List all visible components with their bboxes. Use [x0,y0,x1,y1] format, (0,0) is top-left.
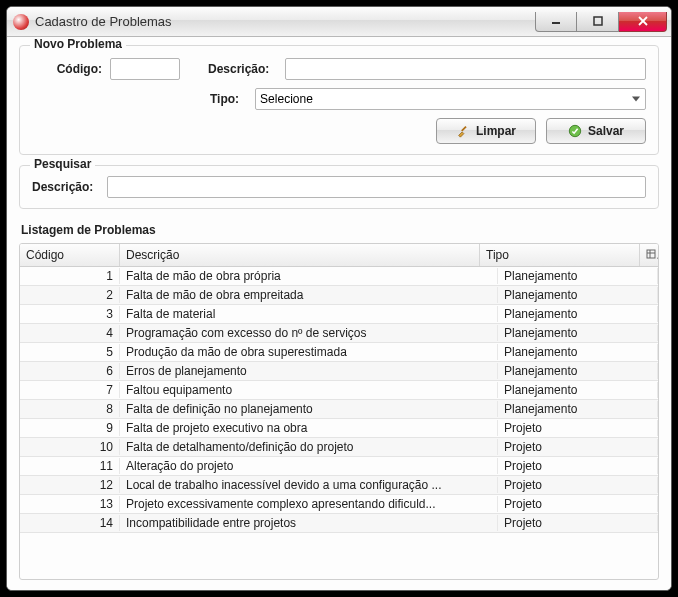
legend-pesquisar: Pesquisar [30,157,95,171]
svg-rect-4 [461,126,467,132]
table-row[interactable]: 10Falta de detalhamento/definição do pro… [20,438,658,457]
cell-codigo: 3 [20,306,120,322]
cell-tipo: Planejamento [498,325,658,341]
label-pesq-descricao: Descrição: [32,180,93,194]
table-row[interactable]: 2Falta de mão de obra empreitadaPlanejam… [20,286,658,305]
table-body[interactable]: 1Falta de mão de obra própriaPlanejament… [20,267,658,579]
group-pesquisar: Pesquisar Descrição: [19,165,659,209]
input-descricao[interactable] [285,58,646,80]
table-row[interactable]: 7Faltou equipamentoPlanejamento [20,381,658,400]
titlebar[interactable]: Cadastro de Problemas [7,7,671,37]
cell-codigo: 12 [20,477,120,493]
svg-rect-6 [647,250,655,258]
input-codigo[interactable] [110,58,180,80]
cell-descricao: Falta de definição no planejamento [120,401,498,417]
window-title: Cadastro de Problemas [35,14,535,29]
cell-descricao: Produção da mão de obra superestimada [120,344,498,360]
cell-descricao: Falta de projeto executivo na obra [120,420,498,436]
cell-descricao: Local de trabalho inacessível devido a u… [120,477,498,493]
cell-descricao: Falta de material [120,306,498,322]
cell-codigo: 14 [20,515,120,531]
clear-button[interactable]: Limpar [436,118,536,144]
cell-descricao: Erros de planejamento [120,363,498,379]
table-row[interactable]: 12Local de trabalho inacessível devido a… [20,476,658,495]
svg-rect-1 [594,17,602,25]
window-controls [535,12,667,32]
cell-tipo: Planejamento [498,401,658,417]
cell-descricao: Alteração do projeto [120,458,498,474]
cell-tipo: Planejamento [498,363,658,379]
cell-codigo: 5 [20,344,120,360]
label-descricao: Descrição: [208,62,269,76]
select-tipo[interactable]: Selecione [255,88,646,110]
cell-codigo: 10 [20,439,120,455]
col-codigo[interactable]: Código [20,244,120,266]
col-descricao[interactable]: Descrição [120,244,480,266]
cell-tipo: Planejamento [498,287,658,303]
label-listagem: Listagem de Problemas [21,223,659,237]
label-codigo: Código: [32,62,102,76]
cell-codigo: 1 [20,268,120,284]
cell-tipo: Projeto [498,420,658,436]
close-button[interactable] [619,12,667,32]
cell-tipo: Projeto [498,439,658,455]
cell-descricao: Falta de mão de obra própria [120,268,498,284]
close-icon [638,16,648,26]
cell-tipo: Projeto [498,458,658,474]
cell-descricao: Faltou equipamento [120,382,498,398]
cell-codigo: 13 [20,496,120,512]
cell-tipo: Planejamento [498,306,658,322]
cell-codigo: 2 [20,287,120,303]
cell-tipo: Projeto [498,496,658,512]
app-icon [13,14,29,30]
app-window: Cadastro de Problemas Novo Problema Códi… [6,6,672,591]
table-row[interactable]: 5Produção da mão de obra superestimadaPl… [20,343,658,362]
cell-codigo: 7 [20,382,120,398]
broom-icon [456,124,470,138]
save-button-label: Salvar [588,124,624,138]
cell-tipo: Planejamento [498,268,658,284]
cell-tipo: Planejamento [498,382,658,398]
client-area: Novo Problema Código: Descrição: Tipo: S… [7,37,671,590]
cell-descricao: Incompatibilidade entre projetos [120,515,498,531]
table-row[interactable]: 4Programação com excesso do nº de serviç… [20,324,658,343]
cell-descricao: Falta de detalhamento/definição do proje… [120,439,498,455]
cell-descricao: Projeto excessivamente complexo apresent… [120,496,498,512]
cell-codigo: 11 [20,458,120,474]
table-row[interactable]: 9Falta de projeto executivo na obraProje… [20,419,658,438]
legend-novo: Novo Problema [30,37,126,51]
column-picker[interactable] [640,244,658,266]
table-row[interactable]: 14Incompatibilidade entre projetosProjet… [20,514,658,533]
group-novo-problema: Novo Problema Código: Descrição: Tipo: S… [19,45,659,155]
table-row[interactable]: 1Falta de mão de obra própriaPlanejament… [20,267,658,286]
input-pesq-descricao[interactable] [107,176,646,198]
col-tipo[interactable]: Tipo [480,244,640,266]
cell-descricao: Programação com excesso do nº de serviço… [120,325,498,341]
table-row[interactable]: 11Alteração do projetoProjeto [20,457,658,476]
cell-tipo: Planejamento [498,344,658,360]
cell-codigo: 6 [20,363,120,379]
label-tipo: Tipo: [210,92,239,106]
table-row[interactable]: 8Falta de definição no planejamentoPlane… [20,400,658,419]
table-row[interactable]: 3Falta de materialPlanejamento [20,305,658,324]
minimize-button[interactable] [535,12,577,32]
cell-codigo: 9 [20,420,120,436]
cell-codigo: 4 [20,325,120,341]
cell-tipo: Projeto [498,477,658,493]
clear-button-label: Limpar [476,124,516,138]
save-button[interactable]: Salvar [546,118,646,144]
svg-rect-0 [552,22,560,24]
cell-tipo: Projeto [498,515,658,531]
table-row[interactable]: 13Projeto excessivamente complexo aprese… [20,495,658,514]
table-problemas: Código Descrição Tipo 1Falta de mão de o… [19,243,659,580]
table-header: Código Descrição Tipo [20,244,658,267]
column-picker-icon [646,249,656,259]
check-circle-icon [568,124,582,138]
cell-descricao: Falta de mão de obra empreitada [120,287,498,303]
table-row[interactable]: 6Erros de planejamentoPlanejamento [20,362,658,381]
minimize-icon [551,16,561,26]
maximize-button[interactable] [577,12,619,32]
maximize-icon [593,16,603,26]
cell-codigo: 8 [20,401,120,417]
